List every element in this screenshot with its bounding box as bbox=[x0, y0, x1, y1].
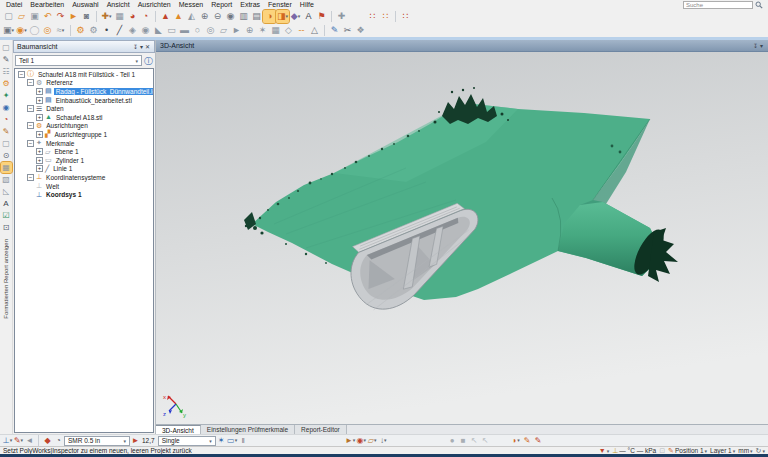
part-info-icon[interactable]: ⓘ bbox=[144, 56, 153, 66]
menu-bearbeiten[interactable]: Bearbeiten bbox=[26, 0, 68, 9]
sheet-icon[interactable]: ▢ bbox=[1, 42, 12, 53]
align-tool-2-icon[interactable]: ▲ bbox=[172, 10, 185, 23]
tree-expander[interactable]: − bbox=[18, 71, 25, 78]
cluster-objects-2-icon[interactable]: ∷ bbox=[379, 10, 392, 23]
circle-tool-icon[interactable]: ◯ bbox=[28, 24, 41, 37]
redo-icon[interactable]: ↷ bbox=[54, 10, 67, 23]
feature-ellipse-icon[interactable]: ○ bbox=[191, 24, 204, 37]
tab-3d-ansicht[interactable]: 3D-Ansicht bbox=[156, 425, 201, 434]
feature-cylinder-icon[interactable]: ▭ bbox=[165, 24, 178, 37]
wedge-icon[interactable]: ◺ bbox=[1, 186, 12, 197]
pen-tool-icon[interactable]: ✎ bbox=[1, 54, 12, 65]
share-icon[interactable]: ► bbox=[67, 10, 80, 23]
probe-compile-icon[interactable]: ✎ bbox=[328, 24, 341, 37]
tree-item[interactable]: −⚙Ausrichtungen bbox=[15, 122, 153, 131]
window-mode-icon[interactable]: ▭ bbox=[227, 435, 238, 446]
undo-step-icon[interactable]: ↖ bbox=[469, 435, 480, 446]
part-selector[interactable]: Teil 1 ▾ bbox=[15, 55, 142, 66]
tree-expander[interactable]: + bbox=[36, 131, 43, 138]
tree-expander[interactable]: + bbox=[36, 148, 43, 155]
feature-plane-icon[interactable]: ◈ bbox=[126, 24, 139, 37]
pin-drop-icon[interactable]: ↓ bbox=[378, 435, 389, 446]
zoom-in-icon[interactable]: ⊕ bbox=[198, 10, 211, 23]
feature-line-icon[interactable]: ╱ bbox=[113, 24, 126, 37]
chevron-down-icon[interactable]: ▾ bbox=[759, 42, 764, 49]
tree-expander[interactable]: + bbox=[36, 114, 43, 121]
menu-extras[interactable]: Extras bbox=[236, 0, 264, 9]
selection-tool-icon[interactable]: ✚ bbox=[100, 10, 113, 23]
feature-cone-icon[interactable]: ◣ bbox=[152, 24, 165, 37]
open-project-icon[interactable]: ▱ bbox=[15, 10, 28, 23]
feature-circle-icon[interactable]: ◉ bbox=[139, 24, 152, 37]
save-project-icon[interactable]: ▣ bbox=[28, 10, 41, 23]
search-icon[interactable] bbox=[755, 1, 763, 9]
eraser-icon[interactable]: ◄ bbox=[24, 435, 35, 446]
scan-size-dropdown[interactable]: SMR 0.5 in ▾ bbox=[64, 436, 130, 446]
tree-expander[interactable]: − bbox=[27, 122, 34, 129]
tree-item[interactable]: +▭Zylinder 1 bbox=[15, 156, 153, 165]
pause-bars-icon[interactable]: ‖ bbox=[238, 435, 249, 446]
grid-list-icon[interactable]: ☷ bbox=[1, 66, 12, 77]
search-input[interactable] bbox=[683, 1, 753, 9]
tree-item[interactable]: ⊥Koordsys 1 bbox=[15, 190, 153, 199]
3d-viewport[interactable]: x z y bbox=[156, 52, 768, 424]
orient-view-icon[interactable]: ◨ bbox=[276, 10, 289, 23]
gauge-tool-icon[interactable]: ◎ bbox=[41, 24, 54, 37]
tree-expander[interactable]: + bbox=[36, 97, 43, 104]
clamp-icon[interactable]: ▢ bbox=[1, 138, 12, 149]
camera-icon[interactable]: ⊡ bbox=[1, 222, 12, 233]
feature-surface-icon[interactable]: ✶ bbox=[256, 24, 269, 37]
tree-item[interactable]: +╱Linie 1 bbox=[15, 165, 153, 174]
gear-orange-icon[interactable]: ⚙ bbox=[1, 78, 12, 89]
feature-slab-icon[interactable]: ▬ bbox=[178, 24, 191, 37]
layer-dropdown[interactable]: Layer 1▾ bbox=[710, 447, 735, 454]
menu-ausrichten[interactable]: Ausrichten bbox=[134, 0, 175, 9]
tree-expander[interactable]: − bbox=[27, 105, 34, 112]
brush-icon[interactable]: ✎ bbox=[1, 126, 12, 137]
digitize-2-icon[interactable]: ✎ bbox=[533, 435, 544, 446]
window-split-2-icon[interactable]: ▤ bbox=[250, 10, 263, 23]
tree-item[interactable]: −☰Daten bbox=[15, 104, 153, 113]
units-dropdown[interactable]: mm▾ bbox=[738, 447, 752, 454]
menu-ansicht[interactable]: Ansicht bbox=[103, 0, 134, 9]
tree-item[interactable]: −ⓘSchaufel A18 mit Füllstück - Teil 1 bbox=[15, 70, 153, 79]
scene-view-icon[interactable]: ▦ bbox=[113, 10, 126, 23]
new-project-icon[interactable]: ▢ bbox=[2, 10, 15, 23]
cluster-objects-3-icon[interactable]: ∷ bbox=[399, 10, 412, 23]
tree-expander[interactable]: − bbox=[27, 140, 34, 147]
align-tool-1-icon[interactable]: ▲ bbox=[159, 10, 172, 23]
chart-view-icon[interactable]: ▧ bbox=[1, 174, 12, 185]
probe-person-icon[interactable]: ✶ bbox=[216, 435, 227, 446]
folder-scan-icon[interactable]: ▱ bbox=[367, 435, 378, 446]
timer-clock-icon[interactable]: ◔ bbox=[53, 435, 64, 446]
small-crosshair-icon[interactable]: ✚ bbox=[335, 10, 348, 23]
feature-gear-gray-icon[interactable]: ⚙ bbox=[87, 24, 100, 37]
tree-item[interactable]: +▲Schaufel A18.stl bbox=[15, 113, 153, 122]
tree-item[interactable]: ⊥Welt bbox=[15, 182, 153, 191]
feature-gear-orange-icon[interactable]: ⚙ bbox=[74, 24, 87, 37]
point-spacing-icon[interactable]: ► bbox=[130, 435, 141, 446]
tree-expander[interactable]: + bbox=[36, 165, 43, 172]
undo-step-2-icon[interactable]: ↖ bbox=[480, 435, 491, 446]
stop-icon[interactable]: ■ bbox=[458, 435, 469, 446]
feature-slot-icon[interactable]: ▱ bbox=[217, 24, 230, 37]
feature-patch-icon[interactable]: ▦ bbox=[269, 24, 282, 37]
measure-flask-icon[interactable]: ◆ bbox=[42, 435, 53, 446]
digitize-1-icon[interactable]: ✎ bbox=[522, 435, 533, 446]
globe-icon[interactable]: ◉ bbox=[1, 102, 12, 113]
paint-brush-icon[interactable]: ► bbox=[345, 435, 356, 446]
flag-note-icon[interactable]: ⚑ bbox=[315, 10, 328, 23]
tree-expander[interactable]: − bbox=[27, 79, 34, 86]
search-scene-icon[interactable]: ⊙ bbox=[1, 150, 12, 161]
eye-view-icon[interactable]: ◉ bbox=[224, 10, 237, 23]
left-strip-label[interactable]: Formatierten Report anzeigen bbox=[3, 239, 9, 319]
pin-icon[interactable]: ↧ bbox=[752, 42, 759, 49]
star-green-icon[interactable]: ✦ bbox=[1, 90, 12, 101]
tree-item[interactable]: +▞Ausrichtegruppe 1 bbox=[15, 130, 153, 139]
align-tool-3-icon[interactable]: ◭ bbox=[185, 10, 198, 23]
probe-device-1-icon[interactable]: ◕ bbox=[126, 10, 139, 23]
control-reviewer-icon[interactable]: ◉ bbox=[15, 24, 28, 37]
tree-item[interactable]: +▤Radag - Füllstück_Dünnwandteil.log .st… bbox=[15, 87, 153, 96]
pin-icon[interactable]: ↧ bbox=[132, 43, 139, 50]
snapshot-icon[interactable]: ◙ bbox=[80, 10, 93, 23]
